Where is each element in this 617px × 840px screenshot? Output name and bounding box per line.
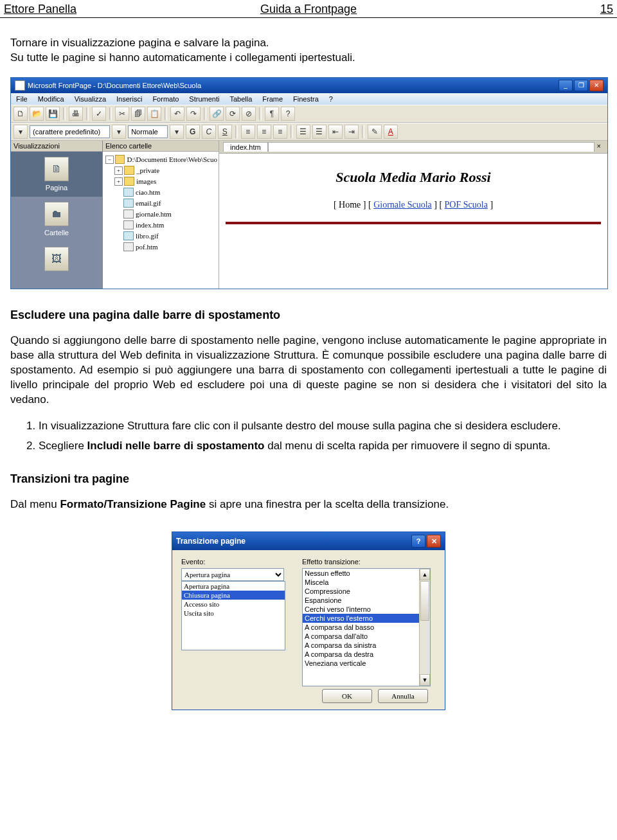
format-toolbar[interactable]: ▾ (carattere predefinito) ▾ Normale ▾ G … [11,123,607,141]
paste-icon[interactable]: 📋 [147,107,161,121]
menu-strumenti[interactable]: Strumenti [186,94,222,103]
effetto-option[interactable]: Compressione [303,587,419,596]
standard-toolbar[interactable]: 🗋 📂 💾 🖶 ✓ ✂ 🗐 📋 ↶ ↷ 🔗 ⟳ ⊘ ¶ ? [11,105,607,123]
stop-icon[interactable]: ⊘ [242,107,256,121]
outdent-icon[interactable]: ⇤ [328,125,343,139]
window-titlebar[interactable]: Microsoft FrontPage - D:\Documenti Ettor… [11,78,607,93]
effetto-option[interactable]: Nessun effetto [303,569,419,578]
views-bar[interactable]: Visualizzazioni 🗎 Pagina 🖿 Cartelle 🖼 [11,141,103,289]
effetto-option[interactable]: Miscela [303,578,419,587]
menu-frame[interactable]: Frame [260,94,285,103]
highlight-icon[interactable]: ✎ [368,125,382,139]
tree-root[interactable]: −D:\Documenti Ettore\Web\Scuo [105,154,217,165]
save-icon[interactable]: 💾 [46,107,60,121]
effetto-option[interactable]: Veneziana verticale [303,659,419,668]
redo-icon[interactable]: ↷ [186,107,201,121]
scroll-up-icon[interactable]: ▲ [420,569,430,580]
style-dd2-icon[interactable]: ▾ [170,125,184,139]
tree-item[interactable]: +_private [105,165,217,176]
align-right-icon[interactable]: ≡ [273,125,287,139]
align-left-icon[interactable]: ≡ [241,125,255,139]
open-icon[interactable]: 📂 [30,107,44,121]
numbered-list-icon[interactable]: ☰ [296,125,310,139]
expand-icon[interactable]: + [114,166,123,175]
ok-button[interactable]: OK [322,689,372,703]
bullet-list-icon[interactable]: ☰ [312,125,326,139]
tree-item[interactable]: +images [105,176,217,187]
minimize-button[interactable]: _ [559,80,573,91]
copy-icon[interactable]: 🗐 [131,107,145,121]
indent-icon[interactable]: ⇥ [344,125,359,139]
folder-tree[interactable]: −D:\Documenti Ettore\Web\Scuo +_private … [103,152,219,255]
font-dropdown[interactable]: (carattere predefinito) [30,125,110,138]
print-icon[interactable]: 🖶 [69,107,83,121]
tree-item[interactable]: email.gif [105,198,217,209]
font-dd-icon[interactable]: ▾ [112,125,126,139]
tree-item[interactable]: giornale.htm [105,209,217,220]
maximize-button[interactable]: ❐ [574,80,588,91]
scroll-down-icon[interactable]: ▼ [420,674,430,686]
menu-finestra[interactable]: Finestra [291,94,321,103]
bold-button[interactable]: G [186,125,200,139]
nav-giornale-link[interactable]: Giornale Scuola [373,200,432,210]
folder-list-panel[interactable]: Elenco cartelle −D:\Documenti Ettore\Web… [103,141,219,289]
view-page[interactable]: 🗎 Pagina [11,152,102,197]
effetto-option[interactable]: Cerchi verso l'esterno [303,614,419,623]
effetto-option[interactable]: A comparsa da sinistra [303,641,419,650]
scroll-thumb[interactable] [420,581,429,621]
dialog-close-button[interactable]: ✕ [427,535,441,548]
tree-item[interactable]: pof.htm [105,242,217,253]
dialog-help-button[interactable]: ? [411,535,425,548]
view-folders[interactable]: 🖿 Cartelle [11,197,102,242]
evento-option[interactable]: Apertura pagina [182,582,285,591]
evento-combo[interactable]: Apertura pagina [181,568,284,581]
menu-bar[interactable]: File Modifica Visualizza Inserisci Forma… [11,93,607,105]
tree-item[interactable]: libro.gif [105,231,217,242]
scrollbar[interactable]: ▲ ▼ [419,569,430,686]
tree-item[interactable]: ciao.htm [105,187,217,198]
new-icon[interactable]: 🗋 [13,107,28,121]
expand-icon[interactable]: + [114,177,123,186]
refresh-icon[interactable]: ⟳ [226,107,240,121]
undo-icon[interactable]: ↶ [170,107,184,121]
help-icon[interactable]: ? [281,107,295,121]
tab-index[interactable]: index.htm [223,142,268,152]
effetto-option[interactable]: Espansione [303,596,419,605]
show-icon[interactable]: ¶ [265,107,279,121]
tree-item[interactable]: index.htm [105,220,217,231]
paragraph-style-dropdown[interactable]: Normale [128,125,168,138]
document-tabs[interactable]: index.htm × [219,141,607,154]
dialog-titlebar[interactable]: Transizione pagine ? ✕ [172,532,445,550]
hyperlink-icon[interactable]: 🔗 [210,107,224,121]
tab-close-icon[interactable]: × [595,142,604,152]
view-more[interactable]: 🖼 [11,242,102,279]
editor-pane[interactable]: index.htm × Scuola Media Mario Rossi [ H… [219,141,607,289]
menu-visualizza[interactable]: Visualizza [72,94,109,103]
collapse-icon[interactable]: − [105,156,114,164]
menu-help[interactable]: ? [326,94,335,103]
nav-pof-link[interactable]: POF Scuola [445,200,488,210]
effetto-listbox[interactable]: Nessun effettoMiscelaCompressioneEspansi… [302,568,431,686]
font-color-icon[interactable]: A [384,125,398,139]
evento-option[interactable]: Uscita sito [182,609,285,618]
effetto-option[interactable]: Cerchi verso l'interno [303,605,419,614]
menu-formato[interactable]: Formato [150,94,181,103]
close-button[interactable]: ✕ [589,80,604,91]
effetto-option[interactable]: A comparsa dall'alto [303,632,419,641]
menu-inserisci[interactable]: Inserisci [114,94,145,103]
evento-option[interactable]: Accesso sito [182,600,285,609]
menu-tabella[interactable]: Tabella [227,94,255,103]
evento-listbox[interactable]: Apertura paginaChiusura paginaAccesso si… [181,581,285,650]
menu-modifica[interactable]: Modifica [35,94,67,103]
style-dd-icon[interactable]: ▾ [13,125,28,139]
effetto-option[interactable]: A comparsa da destra [303,650,419,659]
cut-icon[interactable]: ✂ [115,107,129,121]
effetto-option[interactable]: A comparsa dal basso [303,623,419,632]
evento-option[interactable]: Chiusura pagina [182,591,285,600]
align-center-icon[interactable]: ≡ [257,125,271,139]
italic-button[interactable]: C [202,125,216,139]
menu-file[interactable]: File [13,94,30,103]
underline-button[interactable]: S [218,125,232,139]
spellcheck-icon[interactable]: ✓ [92,107,106,121]
cancel-button[interactable]: Annulla [378,689,428,703]
